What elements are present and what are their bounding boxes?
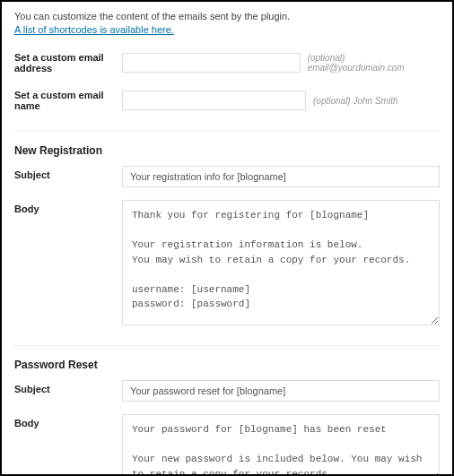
settings-panel: You can customize the content of the ema…: [0, 0, 454, 476]
custom-email-address-hint: (optional) email@yourdomain.com: [308, 53, 440, 73]
reset-subject-input[interactable]: [122, 380, 440, 402]
reset-section-title: Password Reset: [14, 359, 440, 371]
divider: [14, 131, 440, 132]
registration-subject-input[interactable]: [122, 166, 440, 187]
registration-subject-row: Subject: [14, 166, 440, 187]
custom-email-address-input[interactable]: [122, 53, 301, 73]
custom-email-name-row: Set a custom email name (optional) John …: [14, 90, 440, 111]
divider: [14, 345, 440, 346]
intro-text: You can customize the content of the ema…: [14, 11, 440, 22]
shortcodes-link[interactable]: A list of shortcodes is available here.: [14, 24, 174, 35]
registration-subject-label: Subject: [14, 166, 122, 180]
reset-body-textarea[interactable]: [122, 414, 440, 476]
reset-body-row: Body: [14, 414, 440, 476]
registration-body-row: Body: [14, 200, 440, 325]
registration-section-title: New Registration: [14, 144, 440, 157]
custom-email-name-label: Set a custom email name: [14, 90, 122, 111]
reset-subject-label: Subject: [14, 380, 122, 394]
registration-body-textarea[interactable]: [122, 200, 440, 325]
custom-email-address-label: Set a custom email address: [14, 52, 122, 74]
reset-subject-row: Subject: [14, 380, 440, 402]
custom-email-address-row: Set a custom email address (optional) em…: [14, 52, 440, 74]
custom-email-name-input[interactable]: [122, 91, 306, 110]
custom-email-name-hint: (optional) John Smith: [313, 96, 398, 106]
reset-body-label: Body: [14, 414, 122, 428]
registration-body-label: Body: [14, 200, 122, 214]
